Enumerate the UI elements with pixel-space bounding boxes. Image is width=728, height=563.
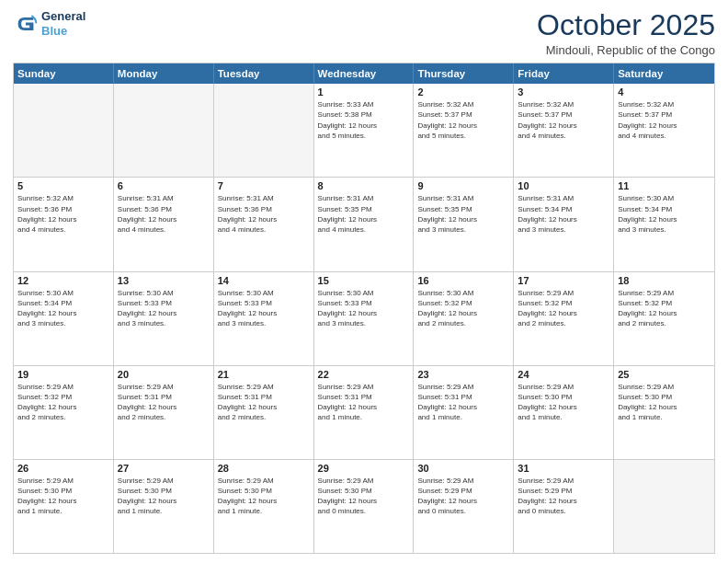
day-number: 23 xyxy=(417,369,509,380)
day-info: Sunrise: 5:33 AM Sunset: 5:38 PM Dayligh… xyxy=(318,99,410,141)
day-info: Sunrise: 5:30 AM Sunset: 5:34 PM Dayligh… xyxy=(618,193,711,235)
day-cell-14: 14Sunrise: 5:30 AM Sunset: 5:33 PM Dayli… xyxy=(214,272,314,365)
day-cell-1: 1Sunrise: 5:33 AM Sunset: 5:38 PM Daylig… xyxy=(314,84,415,177)
day-info: Sunrise: 5:31 AM Sunset: 5:36 PM Dayligh… xyxy=(218,193,310,235)
weekday-header-thursday: Thursday xyxy=(414,63,514,84)
day-info: Sunrise: 5:29 AM Sunset: 5:30 PM Dayligh… xyxy=(218,476,310,517)
day-cell-31: 31Sunrise: 5:29 AM Sunset: 5:29 PM Dayli… xyxy=(514,460,614,553)
day-cell-30: 30Sunrise: 5:29 AM Sunset: 5:29 PM Dayli… xyxy=(414,460,514,553)
day-cell-27: 27Sunrise: 5:29 AM Sunset: 5:30 PM Dayli… xyxy=(114,460,214,553)
day-cell-12: 12Sunrise: 5:30 AM Sunset: 5:34 PM Dayli… xyxy=(14,272,114,365)
header: General Blue October 2025 Mindouli, Repu… xyxy=(13,9,715,57)
weekday-header-tuesday: Tuesday xyxy=(214,63,314,84)
calendar-header: SundayMondayTuesdayWednesdayThursdayFrid… xyxy=(14,63,714,84)
day-info: Sunrise: 5:29 AM Sunset: 5:29 PM Dayligh… xyxy=(518,476,609,517)
location: Mindouli, Republic of the Congo xyxy=(537,43,715,57)
day-cell-7: 7Sunrise: 5:31 AM Sunset: 5:36 PM Daylig… xyxy=(214,178,314,270)
day-number: 21 xyxy=(218,369,310,380)
day-info: Sunrise: 5:29 AM Sunset: 5:30 PM Dayligh… xyxy=(17,476,109,517)
day-number: 1 xyxy=(318,86,410,98)
day-cell-24: 24Sunrise: 5:29 AM Sunset: 5:30 PM Dayli… xyxy=(514,366,614,459)
weekday-header-sunday: Sunday xyxy=(14,63,114,84)
day-info: Sunrise: 5:31 AM Sunset: 5:36 PM Dayligh… xyxy=(118,193,210,235)
day-info: Sunrise: 5:32 AM Sunset: 5:37 PM Dayligh… xyxy=(518,99,609,141)
day-number: 16 xyxy=(417,275,509,286)
day-cell-23: 23Sunrise: 5:29 AM Sunset: 5:31 PM Dayli… xyxy=(414,366,514,459)
day-cell-4: 4Sunrise: 5:32 AM Sunset: 5:37 PM Daylig… xyxy=(614,84,714,177)
day-number: 11 xyxy=(618,180,711,191)
day-cell-18: 18Sunrise: 5:29 AM Sunset: 5:32 PM Dayli… xyxy=(614,272,714,365)
day-number: 4 xyxy=(618,86,711,98)
day-info: Sunrise: 5:29 AM Sunset: 5:32 PM Dayligh… xyxy=(518,288,609,329)
day-info: Sunrise: 5:31 AM Sunset: 5:35 PM Dayligh… xyxy=(318,193,410,235)
calendar-row-4: 19Sunrise: 5:29 AM Sunset: 5:32 PM Dayli… xyxy=(14,365,714,459)
day-cell-25: 25Sunrise: 5:29 AM Sunset: 5:30 PM Dayli… xyxy=(614,366,714,459)
weekday-header-wednesday: Wednesday xyxy=(314,63,415,84)
day-number: 20 xyxy=(118,369,210,380)
day-number: 5 xyxy=(17,180,109,191)
day-info: Sunrise: 5:31 AM Sunset: 5:35 PM Dayligh… xyxy=(417,193,509,235)
day-number: 3 xyxy=(518,86,609,98)
day-cell-5: 5Sunrise: 5:32 AM Sunset: 5:36 PM Daylig… xyxy=(14,178,114,270)
day-cell-9: 9Sunrise: 5:31 AM Sunset: 5:35 PM Daylig… xyxy=(414,178,514,270)
day-number: 27 xyxy=(118,463,210,474)
day-number: 14 xyxy=(218,275,310,286)
calendar: SundayMondayTuesdayWednesdayThursdayFrid… xyxy=(13,63,715,554)
day-info: Sunrise: 5:29 AM Sunset: 5:30 PM Dayligh… xyxy=(318,476,410,517)
day-info: Sunrise: 5:30 AM Sunset: 5:32 PM Dayligh… xyxy=(417,288,509,329)
day-info: Sunrise: 5:32 AM Sunset: 5:36 PM Dayligh… xyxy=(17,193,109,235)
day-number: 9 xyxy=(417,180,509,191)
day-number: 10 xyxy=(518,180,609,191)
calendar-row-5: 26Sunrise: 5:29 AM Sunset: 5:30 PM Dayli… xyxy=(14,459,714,553)
day-info: Sunrise: 5:29 AM Sunset: 5:32 PM Dayligh… xyxy=(17,382,109,423)
logo-line2: Blue xyxy=(41,24,85,39)
day-info: Sunrise: 5:30 AM Sunset: 5:34 PM Dayligh… xyxy=(17,288,109,329)
day-number: 25 xyxy=(618,369,711,380)
day-cell-28: 28Sunrise: 5:29 AM Sunset: 5:30 PM Dayli… xyxy=(214,460,314,553)
day-info: Sunrise: 5:29 AM Sunset: 5:30 PM Dayligh… xyxy=(518,382,609,423)
logo-line1: General xyxy=(41,9,85,24)
day-cell-17: 17Sunrise: 5:29 AM Sunset: 5:32 PM Dayli… xyxy=(514,272,614,365)
day-number: 19 xyxy=(17,369,109,380)
day-cell-2: 2Sunrise: 5:32 AM Sunset: 5:37 PM Daylig… xyxy=(414,84,514,177)
weekday-header-monday: Monday xyxy=(114,63,214,84)
day-cell-29: 29Sunrise: 5:29 AM Sunset: 5:30 PM Dayli… xyxy=(314,460,415,553)
day-info: Sunrise: 5:29 AM Sunset: 5:30 PM Dayligh… xyxy=(118,476,210,517)
day-info: Sunrise: 5:31 AM Sunset: 5:34 PM Dayligh… xyxy=(518,193,609,235)
day-cell-26: 26Sunrise: 5:29 AM Sunset: 5:30 PM Dayli… xyxy=(14,460,114,553)
day-number: 31 xyxy=(518,463,609,474)
day-cell-21: 21Sunrise: 5:29 AM Sunset: 5:31 PM Dayli… xyxy=(214,366,314,459)
empty-cell xyxy=(214,84,314,177)
day-info: Sunrise: 5:30 AM Sunset: 5:33 PM Dayligh… xyxy=(118,288,210,329)
day-cell-10: 10Sunrise: 5:31 AM Sunset: 5:34 PM Dayli… xyxy=(514,178,614,270)
day-cell-15: 15Sunrise: 5:30 AM Sunset: 5:33 PM Dayli… xyxy=(314,272,415,365)
day-number: 22 xyxy=(318,369,410,380)
day-info: Sunrise: 5:29 AM Sunset: 5:31 PM Dayligh… xyxy=(118,382,210,423)
day-cell-22: 22Sunrise: 5:29 AM Sunset: 5:31 PM Dayli… xyxy=(314,366,415,459)
day-number: 17 xyxy=(518,275,609,286)
day-info: Sunrise: 5:32 AM Sunset: 5:37 PM Dayligh… xyxy=(417,99,509,141)
day-number: 15 xyxy=(318,275,410,286)
logo-icon xyxy=(13,11,39,37)
weekday-header-friday: Friday xyxy=(514,63,614,84)
day-info: Sunrise: 5:29 AM Sunset: 5:29 PM Dayligh… xyxy=(417,476,509,517)
day-cell-19: 19Sunrise: 5:29 AM Sunset: 5:32 PM Dayli… xyxy=(14,366,114,459)
day-info: Sunrise: 5:29 AM Sunset: 5:30 PM Dayligh… xyxy=(618,382,711,423)
day-cell-8: 8Sunrise: 5:31 AM Sunset: 5:35 PM Daylig… xyxy=(314,178,415,270)
weekday-header-saturday: Saturday xyxy=(614,63,714,84)
day-number: 13 xyxy=(118,275,210,286)
day-number: 12 xyxy=(17,275,109,286)
day-number: 8 xyxy=(318,180,410,191)
day-cell-3: 3Sunrise: 5:32 AM Sunset: 5:37 PM Daylig… xyxy=(514,84,614,177)
day-info: Sunrise: 5:30 AM Sunset: 5:33 PM Dayligh… xyxy=(318,288,410,329)
day-info: Sunrise: 5:29 AM Sunset: 5:31 PM Dayligh… xyxy=(417,382,509,423)
day-number: 28 xyxy=(218,463,310,474)
day-number: 7 xyxy=(218,180,310,191)
calendar-body: 1Sunrise: 5:33 AM Sunset: 5:38 PM Daylig… xyxy=(14,84,714,553)
day-cell-16: 16Sunrise: 5:30 AM Sunset: 5:32 PM Dayli… xyxy=(414,272,514,365)
day-number: 26 xyxy=(17,463,109,474)
day-number: 18 xyxy=(618,275,711,286)
day-number: 29 xyxy=(318,463,410,474)
day-cell-6: 6Sunrise: 5:31 AM Sunset: 5:36 PM Daylig… xyxy=(114,178,214,270)
day-info: Sunrise: 5:29 AM Sunset: 5:31 PM Dayligh… xyxy=(218,382,310,423)
